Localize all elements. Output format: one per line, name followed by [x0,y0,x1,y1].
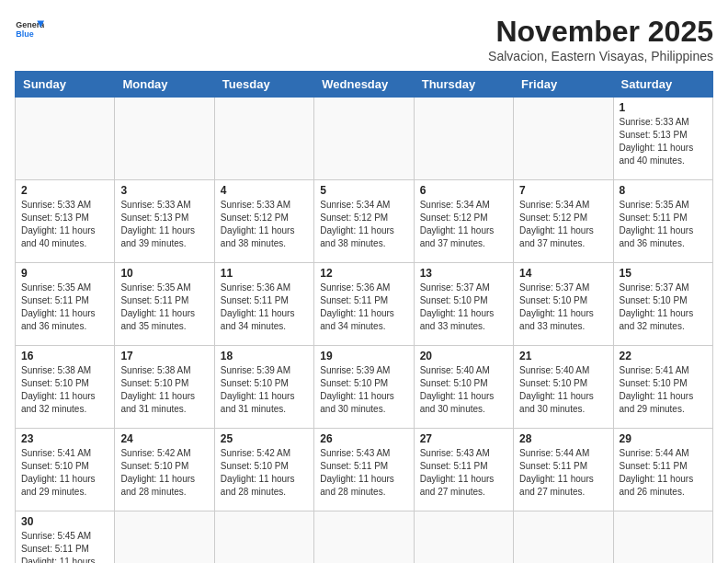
calendar-day-cell: 30Sunrise: 5:45 AMSunset: 5:11 PMDayligh… [16,511,115,564]
calendar-day-cell [414,511,513,564]
day-number: 3 [120,184,208,197]
day-info: Sunrise: 5:33 AMSunset: 5:13 PMDaylight:… [120,199,208,250]
calendar-day-cell [314,511,414,564]
calendar-day-cell [214,98,313,180]
calendar-day-cell: 9Sunrise: 5:35 AMSunset: 5:11 PMDaylight… [16,263,115,346]
calendar-day-cell: 8Sunrise: 5:35 AMSunset: 5:11 PMDaylight… [613,180,712,263]
calendar-day-cell: 16Sunrise: 5:38 AMSunset: 5:10 PMDayligh… [16,346,115,429]
calendar-day-cell [115,98,214,180]
day-number: 27 [420,432,507,445]
day-number: 28 [519,432,607,445]
day-number: 12 [320,267,407,280]
day-info: Sunrise: 5:36 AMSunset: 5:11 PMDaylight:… [221,282,308,333]
day-number: 16 [21,350,108,362]
day-info: Sunrise: 5:43 AMSunset: 5:11 PMDaylight:… [420,447,507,499]
calendar-day-cell: 27Sunrise: 5:43 AMSunset: 5:11 PMDayligh… [414,429,513,511]
calendar-day-cell: 3Sunrise: 5:33 AMSunset: 5:13 PMDaylight… [115,180,214,263]
day-info: Sunrise: 5:37 AMSunset: 5:10 PMDaylight:… [420,282,507,333]
calendar-day-cell: 17Sunrise: 5:38 AMSunset: 5:10 PMDayligh… [115,346,214,429]
day-number: 10 [120,267,208,280]
day-info: Sunrise: 5:44 AMSunset: 5:11 PMDaylight:… [620,447,707,499]
day-info: Sunrise: 5:39 AMSunset: 5:10 PMDaylight:… [221,364,308,416]
day-number: 9 [21,267,108,280]
day-number: 4 [221,184,308,197]
day-info: Sunrise: 5:42 AMSunset: 5:10 PMDaylight:… [221,447,308,499]
calendar-day-cell: 22Sunrise: 5:41 AMSunset: 5:10 PMDayligh… [613,346,712,429]
day-info: Sunrise: 5:45 AMSunset: 5:11 PMDaylight:… [21,530,108,563]
day-info: Sunrise: 5:44 AMSunset: 5:11 PMDaylight:… [519,447,607,499]
day-info: Sunrise: 5:38 AMSunset: 5:10 PMDaylight:… [120,364,208,416]
calendar-week-row: 9Sunrise: 5:35 AMSunset: 5:11 PMDaylight… [16,263,713,346]
day-info: Sunrise: 5:42 AMSunset: 5:10 PMDaylight:… [120,447,208,499]
weekday-header-wednesday: Wednesday [314,72,414,98]
day-number: 17 [120,350,208,362]
logo: General Blue [15,15,44,44]
day-info: Sunrise: 5:35 AMSunset: 5:11 PMDaylight:… [120,282,208,333]
day-info: Sunrise: 5:35 AMSunset: 5:11 PMDaylight:… [21,282,108,333]
calendar-day-cell: 20Sunrise: 5:40 AMSunset: 5:10 PMDayligh… [414,346,513,429]
day-info: Sunrise: 5:34 AMSunset: 5:12 PMDaylight:… [420,199,507,250]
day-number: 8 [620,184,707,197]
calendar-day-cell: 12Sunrise: 5:36 AMSunset: 5:11 PMDayligh… [314,263,414,346]
day-info: Sunrise: 5:33 AMSunset: 5:13 PMDaylight:… [21,199,108,250]
day-number: 6 [420,184,507,197]
calendar-day-cell: 23Sunrise: 5:41 AMSunset: 5:10 PMDayligh… [16,429,115,511]
svg-text:Blue: Blue [16,29,33,39]
day-info: Sunrise: 5:40 AMSunset: 5:10 PMDaylight:… [420,364,507,416]
calendar-day-cell: 7Sunrise: 5:34 AMSunset: 5:12 PMDaylight… [514,180,613,263]
day-number: 20 [420,350,507,362]
day-number: 23 [21,432,108,445]
calendar-day-cell: 21Sunrise: 5:40 AMSunset: 5:10 PMDayligh… [514,346,613,429]
day-info: Sunrise: 5:33 AMSunset: 5:12 PMDaylight:… [221,199,308,250]
day-number: 19 [320,350,407,362]
weekday-header-friday: Friday [514,72,613,98]
day-number: 1 [620,101,707,114]
calendar-day-cell [514,511,613,564]
calendar-day-cell: 13Sunrise: 5:37 AMSunset: 5:10 PMDayligh… [414,263,513,346]
month-year-title: November 2025 [488,15,713,49]
day-number: 2 [21,184,108,197]
calendar-day-cell: 5Sunrise: 5:34 AMSunset: 5:12 PMDaylight… [314,180,414,263]
weekday-header-tuesday: Tuesday [214,72,313,98]
day-info: Sunrise: 5:41 AMSunset: 5:10 PMDaylight:… [620,364,707,416]
calendar-day-cell: 6Sunrise: 5:34 AMSunset: 5:12 PMDaylight… [414,180,513,263]
calendar-day-cell: 15Sunrise: 5:37 AMSunset: 5:10 PMDayligh… [613,263,712,346]
day-number: 22 [620,350,707,362]
title-block: November 2025 Salvacion, Eastern Visayas… [488,15,713,63]
calendar-day-cell: 11Sunrise: 5:36 AMSunset: 5:11 PMDayligh… [214,263,313,346]
day-info: Sunrise: 5:34 AMSunset: 5:12 PMDaylight:… [320,199,407,250]
logo-icon: General Blue [15,15,44,44]
calendar-week-row: 2Sunrise: 5:33 AMSunset: 5:13 PMDaylight… [16,180,713,263]
calendar-week-row: 16Sunrise: 5:38 AMSunset: 5:10 PMDayligh… [16,346,713,429]
calendar-day-cell [16,98,115,180]
day-info: Sunrise: 5:41 AMSunset: 5:10 PMDaylight:… [21,447,108,499]
calendar-day-cell: 14Sunrise: 5:37 AMSunset: 5:10 PMDayligh… [514,263,613,346]
calendar-table: SundayMondayTuesdayWednesdayThursdayFrid… [15,71,713,563]
calendar-day-cell: 19Sunrise: 5:39 AMSunset: 5:10 PMDayligh… [314,346,414,429]
location-subtitle: Salvacion, Eastern Visayas, Philippines [488,49,713,63]
weekday-header-sunday: Sunday [16,72,115,98]
calendar-day-cell: 1Sunrise: 5:33 AMSunset: 5:13 PMDaylight… [613,98,712,180]
calendar-day-cell: 28Sunrise: 5:44 AMSunset: 5:11 PMDayligh… [514,429,613,511]
day-number: 18 [221,350,308,362]
calendar-day-cell: 25Sunrise: 5:42 AMSunset: 5:10 PMDayligh… [214,429,313,511]
calendar-day-cell: 4Sunrise: 5:33 AMSunset: 5:12 PMDaylight… [214,180,313,263]
calendar-week-row: 1Sunrise: 5:33 AMSunset: 5:13 PMDaylight… [16,98,713,180]
day-info: Sunrise: 5:39 AMSunset: 5:10 PMDaylight:… [320,364,407,416]
day-info: Sunrise: 5:34 AMSunset: 5:12 PMDaylight:… [519,199,607,250]
calendar-day-cell [214,511,313,564]
calendar-day-cell [414,98,513,180]
day-number: 29 [620,432,707,445]
calendar-day-cell: 18Sunrise: 5:39 AMSunset: 5:10 PMDayligh… [214,346,313,429]
day-info: Sunrise: 5:40 AMSunset: 5:10 PMDaylight:… [519,364,607,416]
calendar-day-cell [314,98,414,180]
calendar-week-row: 23Sunrise: 5:41 AMSunset: 5:10 PMDayligh… [16,429,713,511]
calendar-day-cell [613,511,712,564]
day-number: 14 [519,267,607,280]
day-number: 13 [420,267,507,280]
day-info: Sunrise: 5:36 AMSunset: 5:11 PMDaylight:… [320,282,407,333]
calendar-week-row: 30Sunrise: 5:45 AMSunset: 5:11 PMDayligh… [16,511,713,564]
day-info: Sunrise: 5:33 AMSunset: 5:13 PMDaylight:… [620,116,707,167]
day-info: Sunrise: 5:37 AMSunset: 5:10 PMDaylight:… [620,282,707,333]
calendar-day-cell: 24Sunrise: 5:42 AMSunset: 5:10 PMDayligh… [115,429,214,511]
